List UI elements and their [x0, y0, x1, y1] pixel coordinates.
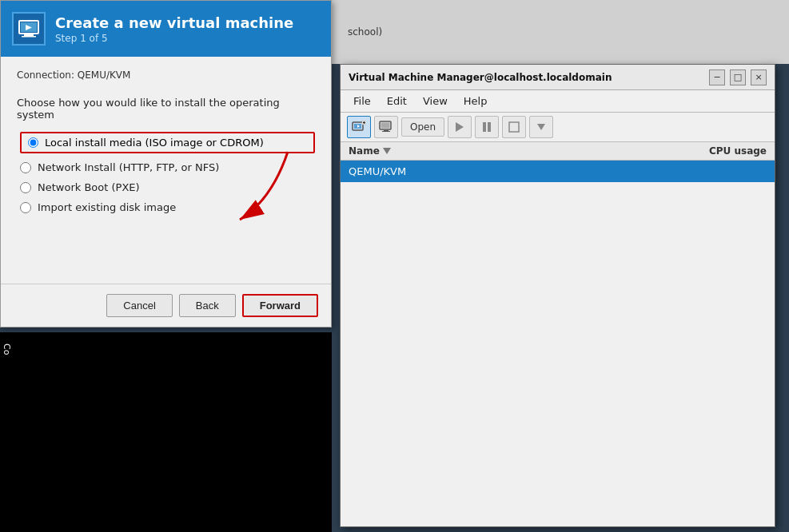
wizard-header-icon	[12, 12, 46, 46]
maximize-button[interactable]: □	[730, 69, 746, 85]
table-row[interactable]: QEMU/KVM	[341, 161, 775, 182]
network-boot-label: Network Boot (PXE)	[38, 181, 140, 193]
monitor-small-icon	[379, 121, 393, 133]
menu-edit[interactable]: Edit	[379, 93, 415, 109]
vmm-window-controls: − □ ×	[709, 69, 767, 85]
network-install-option[interactable]: Network Install (HTTP, FTP, or NFS)	[20, 161, 315, 173]
network-boot-option[interactable]: Network Boot (PXE)	[20, 181, 315, 193]
svg-rect-13	[381, 123, 390, 129]
vmm-titlebar: Virtual Machine Manager@localhost.locald…	[341, 65, 775, 90]
vmm-column-headers: Name CPU usage	[341, 142, 775, 161]
open-button[interactable]: Open	[401, 117, 444, 137]
svg-rect-17	[483, 122, 486, 132]
vmm-title: Virtual Machine Manager@localhost.locald…	[349, 72, 612, 83]
new-vm-button[interactable]	[347, 116, 371, 138]
local-install-label: Local install media (ISO image or CDROM)	[45, 137, 264, 149]
vmm-toolbar: Open	[341, 113, 775, 142]
svg-rect-19	[509, 122, 519, 132]
stop-icon	[508, 121, 520, 133]
cpu-column-header[interactable]: CPU usage	[647, 145, 767, 157]
wizard-footer: Cancel Back Forward	[1, 284, 331, 327]
forward-button[interactable]: Forward	[242, 294, 318, 317]
menu-file[interactable]: File	[345, 93, 379, 109]
stop-button[interactable]	[502, 116, 526, 138]
svg-rect-1	[24, 34, 34, 36]
browser-background: school)	[332, 0, 789, 64]
menu-view[interactable]: View	[415, 93, 456, 109]
vm-name: QEMU/KVM	[349, 165, 647, 177]
svg-marker-21	[383, 148, 391, 154]
svg-marker-20	[537, 124, 545, 130]
name-column-header[interactable]: Name	[349, 145, 647, 157]
browser-hint-text: school)	[348, 26, 382, 38]
network-boot-radio[interactable]	[20, 182, 31, 193]
vmm-window: Virtual Machine Manager@localhost.locald…	[340, 64, 775, 527]
pause-icon	[482, 121, 492, 133]
minimize-button[interactable]: −	[709, 69, 725, 85]
local-install-option[interactable]: Local install media (ISO image or CDROM)	[20, 132, 315, 153]
wizard-body: Connection: QEMU/KVM Choose how you woul…	[1, 57, 331, 226]
vmm-list: QEMU/KVM	[341, 161, 775, 532]
close-button[interactable]: ×	[751, 69, 767, 85]
svg-rect-2	[22, 36, 36, 38]
svg-rect-15	[382, 131, 390, 132]
wizard-header-text: Create a new virtual machine Step 1 of 5	[55, 14, 293, 44]
install-options: Local install media (ISO image or CDROM)…	[20, 132, 315, 213]
play-button[interactable]	[448, 116, 472, 138]
connection-label: Connection: QEMU/KVM	[17, 69, 315, 81]
create-vm-wizard: Create a new virtual machine Step 1 of 5…	[0, 0, 332, 328]
install-question: Choose how you would like to install the…	[17, 97, 315, 121]
pause-button[interactable]	[475, 116, 499, 138]
wizard-header: Create a new virtual machine Step 1 of 5	[1, 1, 331, 57]
black-area	[0, 332, 332, 532]
cancel-button[interactable]: Cancel	[106, 294, 172, 317]
back-button[interactable]: Back	[179, 294, 236, 317]
co-label: Co	[2, 343, 12, 355]
dropdown-button[interactable]	[529, 116, 553, 138]
svg-marker-16	[456, 122, 464, 132]
svg-rect-14	[384, 130, 389, 131]
new-vm-icon	[352, 121, 366, 133]
dropdown-icon	[536, 123, 546, 131]
menu-help[interactable]: Help	[456, 93, 496, 109]
vmm-menubar: File Edit View Help	[341, 90, 775, 113]
svg-rect-18	[488, 122, 491, 132]
import-disk-option[interactable]: Import existing disk image	[20, 201, 315, 213]
monitor-icon	[18, 18, 40, 40]
network-install-label: Network Install (HTTP, FTP, or NFS)	[38, 161, 219, 173]
open-label: Open	[410, 121, 436, 133]
network-install-radio[interactable]	[20, 162, 31, 173]
import-disk-radio[interactable]	[20, 202, 31, 213]
play-icon	[455, 121, 464, 133]
wizard-title: Create a new virtual machine	[55, 14, 293, 31]
vm-icon-button[interactable]	[374, 116, 398, 138]
local-install-radio[interactable]	[28, 137, 38, 148]
import-disk-label: Import existing disk image	[38, 201, 176, 213]
wizard-step: Step 1 of 5	[55, 33, 293, 44]
sort-icon	[383, 148, 391, 154]
